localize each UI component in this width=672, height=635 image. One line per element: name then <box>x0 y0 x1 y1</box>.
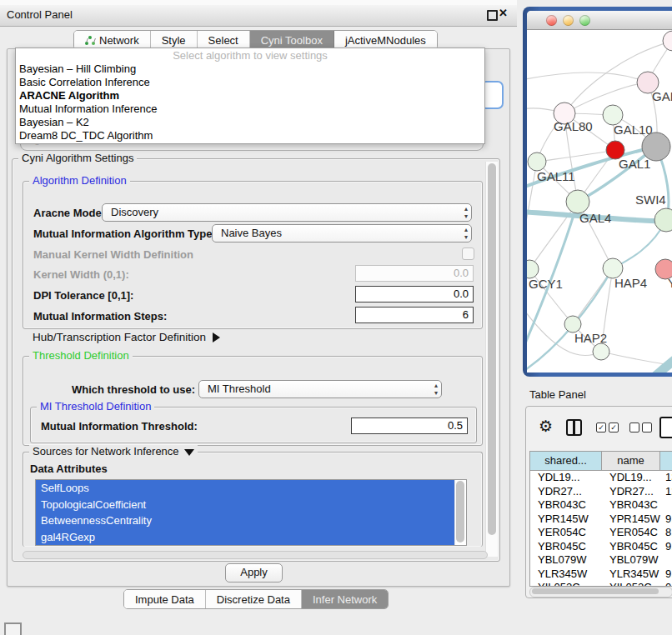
table-row[interactable]: YLR345WYLR345W9. <box>530 568 672 582</box>
table-cell: 8. <box>660 526 672 540</box>
tab-style[interactable]: Style <box>151 31 198 49</box>
tab-impute-data[interactable]: Impute Data <box>124 590 206 608</box>
collapsed-panel-icon[interactable] <box>4 622 22 635</box>
node-label: GAL11 <box>537 169 575 183</box>
table-row[interactable]: YBR045CYBR045C9. <box>530 540 672 554</box>
control-panel-title: Control Panel <box>7 8 73 21</box>
minimize-traffic-light-icon[interactable] <box>563 15 574 26</box>
table-cell: 13 <box>660 471 672 485</box>
column-header[interactable]: shared... <box>530 452 602 470</box>
tab-infer-network[interactable]: Infer Network <box>302 590 388 608</box>
kernel-width-label: Kernel Width (0,1): <box>33 268 129 281</box>
scrollbar-thumb[interactable] <box>488 163 496 535</box>
tab-jactivemnodules[interactable]: jActiveMNodules <box>334 31 437 49</box>
tab-select[interactable]: Select <box>198 31 250 49</box>
mi-steps-field[interactable]: 6 <box>355 307 474 323</box>
attribute-item[interactable]: gal4RGexp <box>36 529 455 546</box>
network-node-gal11[interactable] <box>528 152 546 171</box>
close-icon[interactable]: ✕ <box>499 7 508 19</box>
algorithm-option[interactable]: Dream8 DC_TDC Algorithm <box>16 129 484 142</box>
apply-button[interactable]: Apply <box>225 563 283 582</box>
table-cell <box>660 553 672 568</box>
table-cell: YDL19... <box>530 471 602 485</box>
expanded-arrow-icon <box>184 449 194 456</box>
table-cell: YLR345W <box>602 568 660 582</box>
network-node[interactable] <box>593 343 609 360</box>
hub-definition-toggle[interactable]: Hub/Transcription Factor Definition <box>33 331 220 343</box>
network-node[interactable] <box>663 31 672 51</box>
attribute-item[interactable]: BetweennessCentrality <box>36 512 455 529</box>
node-label: GAL4 <box>579 211 611 225</box>
network-canvas[interactable]: GALGAL80GAL10GAL1GAL11GAL4SWI4GCY1HAP4YH… <box>527 30 672 372</box>
algorithm-option[interactable]: Basic Correlation Inference <box>16 76 484 89</box>
algorithm-option[interactable]: Mutual Information Inference <box>16 102 484 116</box>
node-label: GAL10 <box>614 122 653 137</box>
dpi-tolerance-field[interactable]: 0.0 <box>355 286 474 302</box>
sources-title[interactable]: Sources for Network Inference <box>29 445 198 458</box>
mi-threshold-field[interactable]: 0.5 <box>351 418 468 434</box>
table-cell: YDL19... <box>602 471 660 485</box>
table-cell: YDR27... <box>602 485 660 499</box>
table-cell: YBL079W <box>602 553 660 568</box>
attributes-scrollbar[interactable] <box>454 480 466 545</box>
network-node-hap2[interactable] <box>564 316 581 332</box>
manual-kernel-width-checkbox[interactable] <box>462 248 474 260</box>
unchecked-checkbox-icon[interactable] <box>642 422 652 432</box>
settings-horizontal-scrollbar[interactable] <box>23 551 488 559</box>
columns-icon[interactable] <box>566 419 582 436</box>
new-table-icon[interactable] <box>659 417 672 438</box>
algorithm-option[interactable]: ARACNE Algorithm <box>16 89 484 102</box>
attribute-item[interactable]: TopologicalCoefficient <box>36 497 455 513</box>
aracne-mode-select[interactable]: Discovery ▴▾ <box>102 203 472 222</box>
network-node-swi4[interactable] <box>654 208 672 232</box>
table-panel-title: Table Panel <box>529 388 586 401</box>
table-row[interactable]: YPR145WYPR145W9. <box>530 512 672 527</box>
tab-cyni-toolbox[interactable]: Cyni Toolbox <box>250 31 334 49</box>
close-traffic-light-icon[interactable] <box>546 15 557 26</box>
column-header[interactable]: name <box>602 452 660 470</box>
table-row[interactable]: YIL052CYIL052C0. <box>530 581 672 586</box>
checked-checkbox-icon[interactable]: ✓ <box>609 422 619 432</box>
table-cell: YPR145W <box>530 512 602 527</box>
table-header-row: shared...nameA <box>530 452 672 471</box>
mi-algorithm-type-value: Naive Bayes <box>221 227 282 239</box>
scrollbar-thumb[interactable] <box>456 481 464 542</box>
which-threshold-label: Which threshold to use: <box>72 383 195 396</box>
column-header[interactable]: A <box>660 452 672 470</box>
checked-checkbox-icon[interactable]: ✓ <box>596 422 606 432</box>
algorithm-option[interactable]: Bayesian – Hill Climbing <box>16 62 484 76</box>
network-window-titlebar[interactable] <box>527 11 672 30</box>
algorithm-option[interactable]: Bayesian – K2 <box>16 116 484 129</box>
table-horizontal-scrollbar[interactable] <box>529 587 672 598</box>
network-node-gcy1[interactable] <box>527 260 539 278</box>
gear-icon[interactable]: ⚙ <box>539 418 553 436</box>
float-window-icon[interactable] <box>487 10 498 21</box>
cyni-bottom-tab-bar: Impute DataDiscretize DataInfer Network <box>123 589 389 609</box>
network-edge <box>601 352 670 365</box>
tab-discretize-data[interactable]: Discretize Data <box>206 590 302 608</box>
table-row[interactable]: YDL19...YDL19...13 <box>530 471 672 485</box>
table-row[interactable]: YDR27...YDR27...12 <box>530 485 672 499</box>
data-attributes-label: Data Attributes <box>30 462 108 475</box>
scrollbar-thumb[interactable] <box>532 588 659 594</box>
network-window[interactable]: GALGAL80GAL10GAL1GAL11GAL4SWI4GCY1HAP4YH… <box>527 11 672 372</box>
mi-algorithm-type-select[interactable]: Naive Bayes ▴▾ <box>212 224 472 242</box>
table-cell: YLR345W <box>530 568 602 582</box>
node-label: GAL80 <box>554 119 593 133</box>
tab-label: Network <box>99 34 139 47</box>
node-label: SWI4 <box>635 192 666 207</box>
table-row[interactable]: YER054CYER054C8. <box>530 526 672 540</box>
settings-vertical-scrollbar[interactable] <box>485 162 498 557</box>
attribute-item[interactable]: SelfLoops <box>36 480 455 497</box>
table-row[interactable]: YBL079WYBL079W <box>530 553 672 568</box>
tab-network[interactable]: Network <box>74 31 151 49</box>
mi-threshold-definition-group: MI Threshold Definition Mutual Informati… <box>30 407 477 443</box>
table-row[interactable]: YBR043CYBR043C <box>530 498 672 512</box>
zoom-traffic-light-icon[interactable] <box>579 15 590 26</box>
network-node[interactable] <box>642 132 670 161</box>
node-table: shared...nameA YDL19...YDL19...13YDR27..… <box>529 451 672 587</box>
unchecked-checkbox-icon[interactable] <box>629 422 639 432</box>
network-node-gal4[interactable] <box>566 190 589 213</box>
which-threshold-select[interactable]: MI Threshold ▴▾ <box>198 380 442 398</box>
table-cell: 0. <box>660 581 672 586</box>
